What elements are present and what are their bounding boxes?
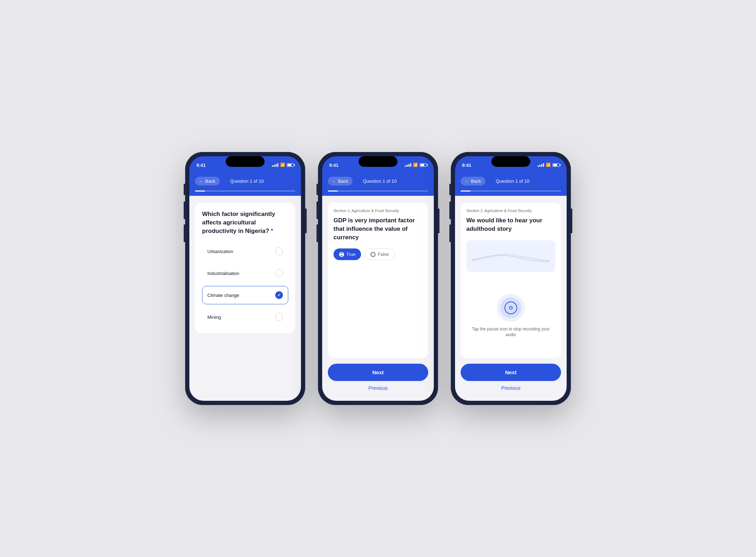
false-label: False bbox=[378, 252, 389, 257]
back-label-3: Back bbox=[471, 178, 481, 184]
next-button-2[interactable]: Next bbox=[328, 364, 428, 381]
back-label-1: Back bbox=[205, 178, 215, 184]
phone-3: 9:41 📶 ← Back bbox=[451, 152, 571, 405]
phone-1: 9:41 📶 ← Ba bbox=[185, 152, 305, 405]
progress-bar-3 bbox=[461, 190, 561, 192]
dynamic-island-1 bbox=[226, 156, 265, 167]
back-button-1[interactable]: ← Back bbox=[195, 177, 220, 186]
back-button-2[interactable]: ← Back bbox=[328, 177, 353, 186]
status-time-2: 9:41 bbox=[329, 161, 338, 168]
progress-bar-wrap-3 bbox=[455, 190, 567, 196]
option-radio-mining bbox=[275, 313, 283, 321]
progress-bar-1 bbox=[195, 190, 295, 192]
options-list-1: Urbanization Industrialisation Climate c… bbox=[202, 242, 288, 326]
record-button-wrap: Tap the pause icon to stop recording you… bbox=[466, 279, 555, 352]
side-btn-mute bbox=[184, 184, 185, 195]
option-climate-change[interactable]: Climate change bbox=[202, 286, 288, 304]
dynamic-island-2 bbox=[359, 156, 397, 167]
option-label-climate-change: Climate change bbox=[207, 293, 239, 298]
wifi-icon-2: 📶 bbox=[413, 163, 418, 167]
scene: 9:41 📶 ← Ba bbox=[185, 152, 571, 405]
side-btn-power-3 bbox=[571, 209, 572, 233]
signal-icon-2 bbox=[405, 163, 411, 167]
content-3: Section 1: Agriculture & Food Security W… bbox=[455, 196, 567, 401]
side-btn-mute-3 bbox=[449, 184, 451, 195]
content-1: Which factor significantly affects agric… bbox=[189, 196, 301, 401]
question-title-1: Which factor significantly affects agric… bbox=[202, 210, 288, 235]
status-icons-1: 📶 bbox=[272, 161, 294, 167]
progress-fill-2 bbox=[328, 190, 338, 192]
progress-fill-3 bbox=[461, 190, 471, 192]
nav-bar-1: ← Back Question 1 of 10 bbox=[189, 175, 301, 190]
true-label: True bbox=[346, 252, 355, 257]
waveform-display bbox=[466, 240, 555, 272]
battery-icon-2 bbox=[420, 163, 427, 167]
card-question-2: GDP is very important factor that influe… bbox=[333, 216, 423, 241]
nav-title-1: Question 1 of 10 bbox=[230, 178, 264, 184]
progress-bar-2 bbox=[328, 190, 428, 192]
true-button[interactable]: True bbox=[333, 248, 361, 260]
option-label-industrialisation: Industrialisation bbox=[207, 271, 239, 276]
side-btn-vol-down bbox=[184, 224, 185, 242]
bottom-actions-2: Next Previous bbox=[328, 358, 428, 394]
progress-bar-wrap-1 bbox=[189, 190, 301, 196]
nav-bar-2: ← Back Question 1 of 10 bbox=[322, 175, 434, 190]
question-card-3: Section 1: Agriculture & Food Security W… bbox=[461, 203, 561, 358]
option-radio-urbanization bbox=[275, 247, 283, 255]
required-marker-1: * bbox=[271, 228, 273, 234]
nav-bar-3: ← Back Question 1 of 10 bbox=[455, 175, 567, 190]
bottom-actions-3: Next Previous bbox=[461, 358, 561, 394]
wifi-icon-3: 📶 bbox=[546, 163, 551, 167]
option-urbanization[interactable]: Urbanization bbox=[202, 242, 288, 260]
true-radio bbox=[339, 252, 344, 257]
option-mining[interactable]: Mining bbox=[202, 308, 288, 326]
status-icons-2: 📶 bbox=[405, 161, 427, 167]
signal-icon-3 bbox=[538, 163, 544, 167]
status-time-3: 9:41 bbox=[462, 161, 471, 168]
back-arrow-icon-3: ← bbox=[465, 179, 469, 184]
progress-fill-1 bbox=[195, 190, 205, 192]
next-button-3[interactable]: Next bbox=[461, 364, 561, 381]
side-btn-vol-down-3 bbox=[449, 224, 451, 242]
false-button[interactable]: False bbox=[365, 248, 395, 260]
false-radio bbox=[371, 252, 376, 257]
option-radio-industrialisation bbox=[275, 269, 283, 277]
content-2: Section 1: Agriculture & Food Security G… bbox=[322, 196, 434, 401]
section-label-2: Section 1: Agriculture & Food Security bbox=[333, 209, 423, 213]
battery-icon-3 bbox=[553, 163, 560, 167]
status-icons-3: 📶 bbox=[538, 161, 560, 167]
back-button-3[interactable]: ← Back bbox=[461, 177, 485, 186]
record-dot-icon bbox=[509, 306, 513, 310]
record-inner-ring bbox=[500, 297, 521, 318]
tf-options-2: True False bbox=[333, 248, 423, 260]
previous-button-3[interactable]: Previous bbox=[461, 385, 561, 391]
side-btn-vol-up-3 bbox=[449, 201, 451, 219]
phone-2: 9:41 📶 ← Back bbox=[318, 152, 438, 405]
nav-title-3: Question 1 of 10 bbox=[496, 178, 529, 184]
side-btn-vol-down-2 bbox=[317, 224, 318, 242]
previous-button-2[interactable]: Previous bbox=[328, 385, 428, 391]
status-time-1: 9:41 bbox=[196, 161, 206, 168]
record-pause-button[interactable] bbox=[504, 301, 517, 314]
nav-title-2: Question 1 of 10 bbox=[363, 178, 396, 184]
wifi-icon-1: 📶 bbox=[280, 163, 285, 167]
waveform-svg bbox=[472, 246, 550, 266]
option-industrialisation[interactable]: Industrialisation bbox=[202, 264, 288, 282]
side-btn-power bbox=[305, 209, 307, 233]
progress-bar-wrap-2 bbox=[322, 190, 434, 196]
back-label-2: Back bbox=[338, 178, 348, 184]
dynamic-island-3 bbox=[491, 156, 530, 167]
side-btn-power-2 bbox=[438, 209, 439, 233]
section-label-3: Section 1: Agriculture & Food Security bbox=[466, 209, 555, 213]
back-arrow-icon-1: ← bbox=[199, 179, 203, 184]
record-hint-text: Tap the pause icon to stop recording you… bbox=[466, 326, 555, 338]
side-btn-vol-up-2 bbox=[317, 201, 318, 219]
phone-3-screen: 9:41 📶 ← Back bbox=[455, 156, 567, 401]
question-card-1: Which factor significantly affects agric… bbox=[195, 203, 295, 333]
phone-1-screen: 9:41 📶 ← Ba bbox=[189, 156, 301, 401]
option-radio-climate-change bbox=[275, 291, 283, 299]
phone-2-screen: 9:41 📶 ← Back bbox=[322, 156, 434, 401]
option-label-urbanization: Urbanization bbox=[207, 249, 233, 254]
back-arrow-icon-2: ← bbox=[332, 179, 336, 184]
side-btn-mute-2 bbox=[317, 184, 318, 195]
